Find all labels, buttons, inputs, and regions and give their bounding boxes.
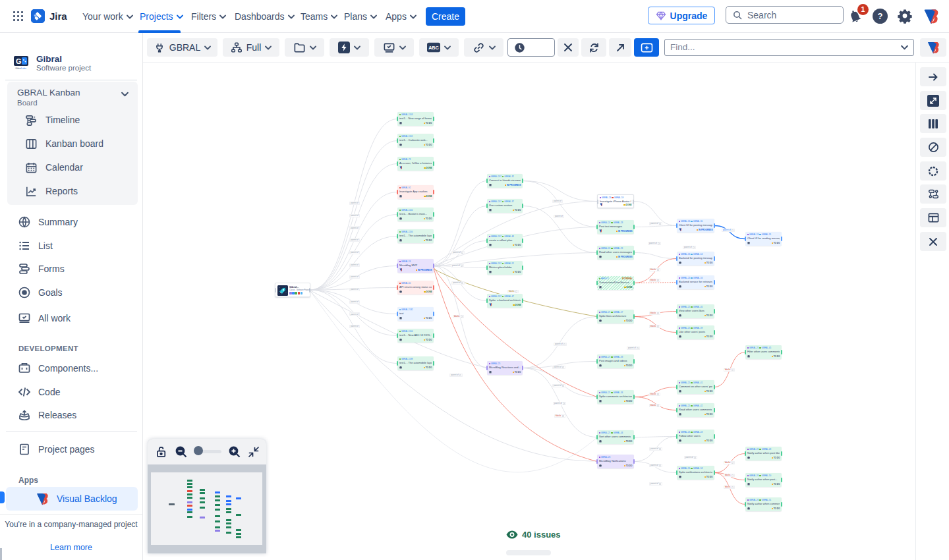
svg-text:GibraLabs: GibraLabs xyxy=(15,67,26,70)
svg-text:G: G xyxy=(16,57,22,65)
svg-text:ABC: ABC xyxy=(428,45,439,51)
